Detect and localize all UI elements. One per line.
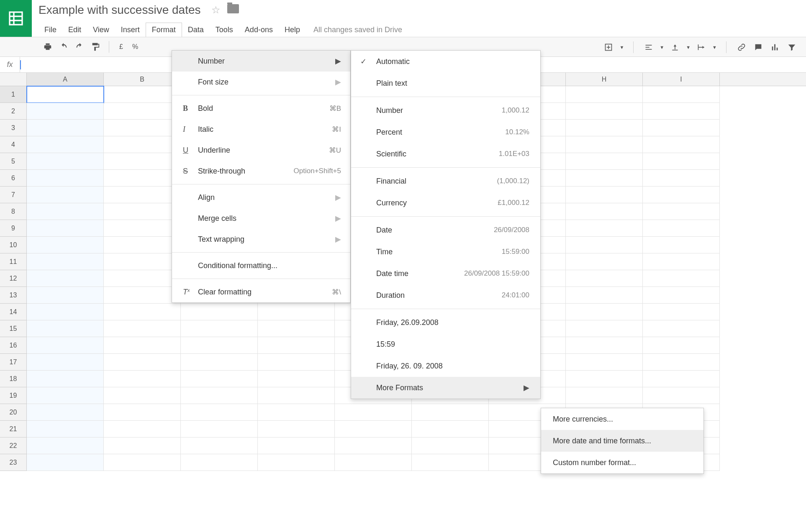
numfmt-duration[interactable]: Duration 24:01:00: [351, 284, 540, 306]
cell[interactable]: [104, 220, 181, 237]
redo-icon[interactable]: [74, 41, 85, 53]
document-title[interactable]: Example with successive dates: [39, 3, 201, 17]
cell[interactable]: [104, 404, 181, 421]
cell[interactable]: [412, 421, 489, 437]
cell[interactable]: [643, 337, 720, 354]
cell[interactable]: [104, 253, 181, 270]
format-clear[interactable]: Tx Clear formatting ⌘\: [172, 281, 350, 302]
cell[interactable]: [27, 454, 104, 471]
cell[interactable]: [566, 203, 643, 220]
cell[interactable]: [181, 454, 258, 471]
cell[interactable]: [104, 304, 181, 320]
cell[interactable]: [258, 337, 335, 354]
cell[interactable]: [258, 454, 335, 471]
cell[interactable]: [643, 270, 720, 287]
menu-addons[interactable]: Add-ons: [239, 23, 279, 37]
cell[interactable]: [335, 437, 412, 454]
cell[interactable]: [643, 136, 720, 153]
format-align[interactable]: Align ▶: [172, 187, 350, 208]
cell[interactable]: [27, 237, 104, 253]
cell[interactable]: [27, 320, 104, 337]
cell[interactable]: [104, 86, 181, 103]
cell[interactable]: [566, 354, 643, 371]
menu-file[interactable]: File: [39, 23, 62, 37]
menu-view[interactable]: View: [87, 23, 115, 37]
cell[interactable]: [27, 387, 104, 404]
print-icon[interactable]: [42, 41, 54, 53]
cell[interactable]: [181, 371, 258, 387]
cell[interactable]: [566, 337, 643, 354]
cell[interactable]: [27, 421, 104, 437]
cell[interactable]: [27, 270, 104, 287]
format-conditional[interactable]: Conditional formatting...: [172, 255, 350, 276]
cell[interactable]: [104, 320, 181, 337]
cell[interactable]: [181, 337, 258, 354]
cell[interactable]: [181, 354, 258, 371]
cell[interactable]: [104, 237, 181, 253]
menu-edit[interactable]: Edit: [62, 23, 87, 37]
cell[interactable]: [643, 237, 720, 253]
cell[interactable]: [412, 404, 489, 421]
cell[interactable]: [412, 454, 489, 471]
cell[interactable]: [104, 421, 181, 437]
cell[interactable]: [335, 454, 412, 471]
cell[interactable]: [643, 153, 720, 170]
more-date-time[interactable]: More date and time formats...: [541, 430, 703, 452]
menu-tools[interactable]: Tools: [210, 23, 239, 37]
numfmt-currency[interactable]: Currency £1,000.12: [351, 192, 540, 214]
column-header-h[interactable]: H: [566, 73, 643, 86]
cell[interactable]: [27, 287, 104, 304]
format-wrap[interactable]: Text wrapping ▶: [172, 229, 350, 250]
cell[interactable]: [566, 320, 643, 337]
cell[interactable]: [181, 320, 258, 337]
cell[interactable]: [104, 270, 181, 287]
menu-format[interactable]: Format: [146, 23, 182, 37]
cell[interactable]: [181, 421, 258, 437]
cell[interactable]: [27, 354, 104, 371]
cell[interactable]: [258, 354, 335, 371]
numfmt-custom3[interactable]: Friday, 26. 09. 2008: [351, 355, 540, 377]
cell[interactable]: [181, 437, 258, 454]
cell[interactable]: [643, 120, 720, 136]
cell[interactable]: [566, 287, 643, 304]
cell[interactable]: [643, 187, 720, 203]
cell[interactable]: [566, 120, 643, 136]
format-underline[interactable]: U Underline ⌘U: [172, 140, 350, 161]
folder-icon[interactable]: [227, 4, 239, 13]
row-header[interactable]: 13: [0, 287, 27, 304]
cell[interactable]: [566, 387, 643, 404]
cell[interactable]: [27, 86, 104, 103]
row-header[interactable]: 21: [0, 421, 27, 437]
cell[interactable]: [258, 371, 335, 387]
cell[interactable]: [566, 153, 643, 170]
paint-format-icon[interactable]: [90, 41, 101, 53]
column-header-i[interactable]: I: [643, 73, 720, 86]
cell[interactable]: [27, 103, 104, 120]
cell[interactable]: [27, 153, 104, 170]
dropdown-arrow-icon[interactable]: ▼: [712, 45, 717, 50]
cell[interactable]: [643, 287, 720, 304]
row-header[interactable]: 4: [0, 136, 27, 153]
cell[interactable]: [104, 354, 181, 371]
cell[interactable]: [566, 371, 643, 387]
numfmt-datetime[interactable]: Date time 26/09/2008 15:59:00: [351, 263, 540, 284]
cell[interactable]: [643, 354, 720, 371]
cell[interactable]: [335, 404, 412, 421]
row-header[interactable]: 3: [0, 120, 27, 136]
cell[interactable]: [181, 387, 258, 404]
dropdown-arrow-icon[interactable]: ▼: [619, 45, 624, 50]
cell[interactable]: [643, 203, 720, 220]
format-font-size[interactable]: Font size ▶: [172, 72, 350, 92]
cell[interactable]: [104, 103, 181, 120]
row-header[interactable]: 10: [0, 237, 27, 253]
wrap-icon[interactable]: [696, 41, 707, 53]
cell[interactable]: [566, 86, 643, 103]
row-header[interactable]: 5: [0, 153, 27, 170]
cell[interactable]: [412, 437, 489, 454]
cell[interactable]: [643, 220, 720, 237]
menu-insert[interactable]: Insert: [115, 23, 146, 37]
cell[interactable]: [566, 304, 643, 320]
chart-icon[interactable]: [769, 41, 781, 53]
row-header[interactable]: 18: [0, 371, 27, 387]
currency-format-button[interactable]: £: [117, 43, 126, 51]
